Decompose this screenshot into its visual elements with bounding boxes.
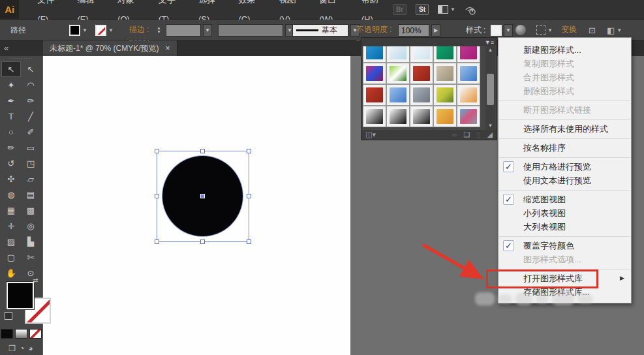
blue-splatter-style[interactable] [457,63,480,84]
scroll-up-icon[interactable]: ▲ [488,46,493,54]
draw-inside-icon[interactable]: ◕ [28,344,33,353]
lasso-tool[interactable]: ◠ [21,77,40,93]
new-graphic-style-icon[interactable]: ❏ [464,131,470,139]
symbol-sprayer-tool[interactable]: ▨ [1,234,21,249]
style-libraries-menu-icon[interactable]: ◫▾ [365,131,376,139]
chevron-down-icon[interactable]: ▼ [82,27,87,33]
bridge-button[interactable]: Br [393,4,406,15]
scroll-down-icon[interactable]: ▼ [488,122,493,130]
default-fill-stroke-icon[interactable] [5,312,12,320]
width-tool[interactable]: ✣ [1,171,21,187]
brush-definition-dropdown[interactable]: 基本▼ [292,20,360,40]
orange-frame-style[interactable] [457,84,480,106]
hand-tool[interactable]: ✋ [1,265,21,281]
context-menu-item-thumbnail-view[interactable]: ✓缩览图视图 [498,193,631,206]
selection-handle[interactable] [155,239,159,244]
chevron-down-icon[interactable]: ▼ [203,24,212,37]
stroke-color-control[interactable]: ▼ [95,20,114,40]
black-rough-frame-style[interactable] [410,106,433,127]
eyedropper-tool[interactable]: ✛ [1,218,21,234]
stroke-weight-stepper[interactable]: ▲▼ [157,20,161,40]
context-menu-item-new-graphic-style[interactable]: 新建图形样式... [498,43,631,57]
style-swatch[interactable] [491,25,502,36]
orange-texture-style[interactable] [433,106,457,127]
panel-drag-handle[interactable]: ·········· [0,56,42,61]
ellipse-tool[interactable]: ○ [1,124,21,140]
magenta-blue-cube-style[interactable] [363,63,386,84]
slice-tool[interactable]: ✄ [21,249,40,265]
context-menu-item-small-list-view[interactable]: 小列表视图 [498,206,631,220]
blue-cube-style[interactable] [363,46,386,63]
gradient-button[interactable] [15,329,27,339]
chevron-down-icon[interactable]: ▼ [108,27,114,33]
shape-builder-tool[interactable]: ◍ [1,187,21,202]
stroke-weight-field[interactable]: ▼ [166,20,212,40]
selection-handle[interactable] [247,239,251,244]
gradient-tool[interactable]: ▩ [21,202,40,218]
gray-floral-style[interactable] [410,84,433,106]
swap-fill-stroke-icon[interactable]: ⇄ [33,277,38,284]
free-transform-tool[interactable]: ▱ [21,171,40,187]
workspace-switcher-button[interactable]: ▼ [438,5,455,14]
fill-color-control[interactable]: ▼ [69,20,87,40]
color-button[interactable] [1,329,13,339]
chevron-down-icon[interactable]: ▼ [504,24,513,37]
artboard-tool[interactable]: ▢ [1,249,21,265]
context-menu-item-sort-by-name[interactable]: 按名称排序 [498,141,631,155]
selection-handle[interactable] [247,149,251,153]
multicolor-pattern-style[interactable] [457,106,480,127]
scale-tool[interactable]: ◳ [21,155,40,171]
black-double-frame-style[interactable] [363,106,386,127]
panel-scrollbar[interactable]: ▲ ▼ [485,46,495,130]
variable-width-profile-dropdown[interactable]: ▼ [218,20,294,40]
selection-handle[interactable] [200,239,205,244]
green-frame-style[interactable] [386,63,410,84]
magic-wand-tool[interactable]: ✦ [1,77,21,93]
stock-button[interactable]: St [416,4,429,15]
close-icon[interactable]: × [166,44,170,53]
red-brick-style-2[interactable] [363,84,386,106]
eraser-tool[interactable]: ▭ [21,140,40,155]
resize-grip-icon[interactable]: ◢ [487,131,493,139]
rotate-tool[interactable]: ↺ [1,155,21,171]
line-segment-tool[interactable]: ╱ [21,108,40,124]
fill-swatch[interactable] [69,25,80,36]
perspective-grid-tool[interactable]: ▤ [21,187,40,202]
camo-pattern-style[interactable] [433,84,457,106]
selection-handle[interactable] [200,149,205,153]
mesh-tool[interactable]: ▦ [1,202,21,218]
white-frame-style[interactable] [410,46,433,63]
artboard-canvas[interactable] [43,56,350,355]
document-tab[interactable]: 未标题-1* @ 70% (CMYK/预览) × [43,40,177,56]
context-menu-item-use-square-for-preview[interactable]: ✓使用方格进行预览 [498,160,631,174]
type-tool[interactable]: T [1,108,21,124]
fill-proxy-swatch[interactable] [7,282,34,309]
selection-handle[interactable] [155,149,159,153]
blue-splatter-style-2[interactable] [386,84,410,106]
white-blue-style[interactable] [386,46,410,63]
curvature-pen-tool[interactable]: ✑ [21,93,40,108]
context-menu-item-override-character-color[interactable]: ✓覆盖字符颜色 [498,239,631,253]
draw-behind-icon[interactable]: ◔ [20,344,24,353]
magenta-style[interactable] [457,46,480,63]
context-menu-item-large-list-view[interactable]: 大列表视图 [498,220,631,234]
stroke-panel-link[interactable]: 描边: [129,20,149,40]
collapse-panels-icon[interactable]: « [4,43,8,53]
none-button[interactable] [29,329,42,339]
blend-tool[interactable]: ◎ [21,218,40,234]
selection-handle[interactable] [155,194,159,198]
green-cube-style[interactable] [433,46,457,63]
selection-center-point[interactable] [200,194,205,198]
selection-tool[interactable]: ↖ [1,61,21,77]
pen-tool[interactable]: ✒ [1,93,21,108]
delete-graphic-style-icon[interactable]: ▯ [476,131,480,139]
draw-normal-icon[interactable]: ❐ [8,344,16,353]
context-menu-item-select-all-unused-styles[interactable]: 选择所有未使用的样式 [498,122,631,136]
stroke-none-swatch[interactable] [95,25,106,36]
chevron-right-icon[interactable]: ▶ [431,24,440,37]
context-menu-item-use-text-for-preview[interactable]: 使用文本进行预览 [498,174,631,187]
paintbrush-tool[interactable]: ✐ [21,124,40,140]
break-link-icon[interactable]: ∞ [452,131,457,139]
beige-texture-style[interactable] [433,63,457,84]
cs-live-icon[interactable] [465,5,478,15]
